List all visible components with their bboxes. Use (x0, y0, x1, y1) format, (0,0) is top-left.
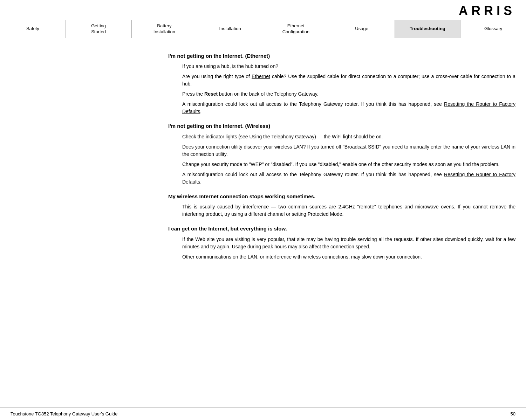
header: ARRIS (0, 0, 526, 20)
nav-usage[interactable]: Usage (329, 20, 395, 38)
ethernet-para-1: If you are using a hub, is the hub turne… (182, 63, 515, 70)
wireless-para-3: Change your security mode to "WEP" or "d… (182, 161, 515, 168)
reset-factory-defaults-link-1[interactable]: Resetting the Router to Factory Defaults (182, 101, 515, 114)
nav-battery-installation-label: BatteryInstallation (153, 23, 175, 35)
nav-getting-started[interactable]: GettingStarted (66, 20, 132, 38)
section-heading-ethernet: I'm not getting on the Internet. (Ethern… (168, 52, 515, 60)
footer: Touchstone TG852 Telephony Gateway User'… (0, 407, 526, 420)
nav-safety[interactable]: Safety (0, 20, 66, 38)
ethernet-para-4: A misconfiguration could lock out all ac… (182, 101, 515, 115)
nav-installation[interactable]: Installation (197, 20, 263, 38)
slow-para-2: Other communications on the LAN, or inte… (182, 253, 515, 261)
using-telephony-gateway-link[interactable]: Using the Telephony Gateway (249, 134, 314, 139)
wireless-stops-para-1: This is usually caused by interference —… (182, 203, 515, 218)
ethernet-para-3: Press the Reset button on the back of th… (182, 90, 515, 98)
slow-para-1: If the Web site you are visiting is very… (182, 236, 515, 250)
section-heading-wireless: I'm not getting on the Internet. (Wirele… (168, 122, 515, 130)
navigation-bar: Safety GettingStarted BatteryInstallatio… (0, 20, 526, 38)
nav-usage-label: Usage (355, 26, 368, 32)
section-ethernet-content: If you are using a hub, is the hub turne… (182, 63, 515, 115)
reset-factory-defaults-link-2[interactable]: Resetting the Router to Factory Defaults (182, 172, 515, 185)
nav-glossary[interactable]: Glossary (460, 20, 526, 38)
nav-safety-label: Safety (26, 26, 39, 32)
footer-right: 50 (511, 411, 515, 416)
section-wireless-stops-content: This is usually caused by interference —… (182, 203, 515, 218)
main-content: I'm not getting on the Internet. (Ethern… (0, 38, 526, 271)
wireless-para-1: Check the indicator lights (see Using th… (182, 133, 515, 140)
nav-glossary-label: Glossary (484, 26, 502, 32)
nav-troubleshooting[interactable]: Troubleshooting (395, 20, 461, 38)
nav-battery-installation[interactable]: BatteryInstallation (132, 20, 198, 38)
footer-left: Touchstone TG852 Telephony Gateway User'… (11, 411, 118, 416)
nav-ethernet-configuration[interactable]: EthernetConfiguration (263, 20, 329, 38)
arris-logo: ARRIS (459, 4, 515, 18)
section-wireless-content: Check the indicator lights (see Using th… (182, 133, 515, 186)
wireless-para-2: Does your connection utility discover yo… (182, 143, 515, 158)
wireless-para-4: A misconfiguration could lock out all ac… (182, 171, 515, 186)
nav-installation-label: Installation (219, 26, 241, 32)
nav-troubleshooting-label: Troubleshooting (410, 26, 445, 32)
section-heading-slow: I can get on the Internet, but everythin… (168, 225, 515, 233)
ethernet-para-2: Are you using the right type of Ethernet… (182, 73, 515, 88)
nav-ethernet-configuration-label: EthernetConfiguration (282, 23, 309, 35)
section-heading-wireless-stops: My wireless Internet connection stops wo… (168, 193, 515, 201)
nav-getting-started-label: GettingStarted (91, 23, 106, 35)
ethernet-link[interactable]: Ethernet (252, 74, 270, 79)
section-slow-content: If the Web site you are visiting is very… (182, 236, 515, 261)
